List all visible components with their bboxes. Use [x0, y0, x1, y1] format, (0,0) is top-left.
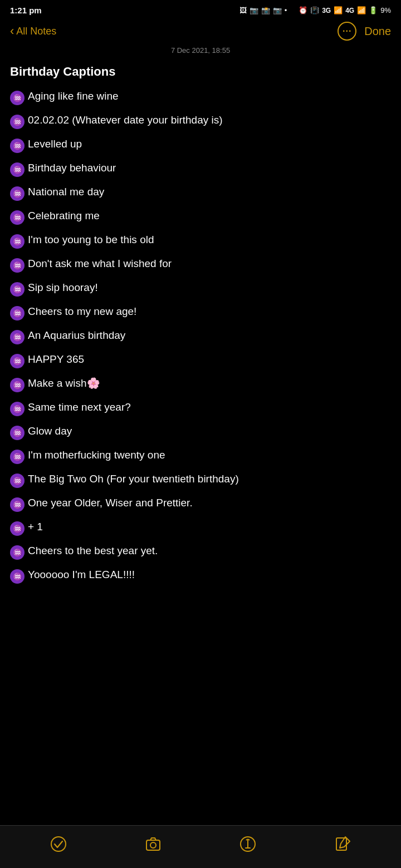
- list-item: ♒Birthday behaviour: [10, 161, 391, 177]
- list-item: ♒Aging like fine wine: [10, 89, 391, 105]
- nav-right-actions: ··· Done: [338, 22, 391, 41]
- aquarius-emoji: ♒: [10, 496, 25, 512]
- bottom-toolbar: [0, 825, 401, 868]
- more-button[interactable]: ···: [338, 22, 356, 41]
- signal-bars-2: 📶: [357, 6, 366, 14]
- status-time: 1:21 pm: [10, 6, 42, 15]
- list-item: ♒HAPPY 365: [10, 352, 391, 368]
- aquarius-emoji: ♒: [10, 161, 25, 177]
- alarm-icon: ⏰: [299, 6, 307, 14]
- item-text: Cheers to my new age!: [28, 304, 136, 319]
- item-text: Make a wish🌸: [28, 376, 100, 391]
- aquarius-emoji: ♒: [10, 329, 25, 344]
- list-item: ♒Same time next year?: [10, 400, 391, 416]
- insta-icon-2: 📸: [261, 6, 270, 14]
- list-item: ♒I'm motherfucking twenty one: [10, 448, 391, 464]
- item-text: Glow day: [28, 424, 72, 438]
- svg-point-0: [51, 837, 66, 851]
- item-text: Cheers to the best year yet.: [28, 544, 158, 558]
- nav-bar: ‹ All Notes ··· Done: [0, 18, 401, 46]
- list-item: ♒Levelled up: [10, 137, 391, 153]
- photo-icon: 🖼: [239, 6, 247, 14]
- back-button[interactable]: ‹ All Notes: [10, 24, 56, 38]
- list-item: ♒Cheers to my new age!: [10, 304, 391, 320]
- item-text: An Aquarius birthday: [28, 328, 125, 343]
- status-bar: 1:21 pm 🖼 📷 📸 📷 • ⏰ 📳 3G 📶 4G 📶 🔋 9%: [0, 0, 401, 18]
- aquarius-emoji: ♒: [10, 257, 25, 273]
- item-text: Same time next year?: [28, 400, 131, 415]
- item-text: Aging like fine wine: [28, 89, 119, 103]
- item-text: + 1: [28, 520, 43, 534]
- aquarius-emoji: ♒: [10, 305, 25, 320]
- list-item: ♒Celebrating me: [10, 209, 391, 225]
- signal-4g: 4G: [345, 7, 354, 14]
- item-text: Yoooooo I'm LEGAL!!!!: [28, 568, 135, 582]
- back-label: All Notes: [16, 26, 56, 37]
- item-text: I'm too young to be this old: [28, 233, 154, 247]
- item-text: Sip sip hooray!: [28, 280, 98, 295]
- list-item: ♒Don't ask me what I wished for: [10, 257, 391, 273]
- list-item: ♒Yoooooo I'm LEGAL!!!!: [10, 568, 391, 584]
- done-button[interactable]: Done: [364, 25, 391, 38]
- list-item: ♒Make a wish🌸: [10, 376, 391, 392]
- note-content: Birthday Captions ♒Aging like fine wine♒…: [0, 62, 401, 603]
- list-item: ♒Glow day: [10, 424, 391, 440]
- aquarius-emoji: ♒: [10, 185, 25, 201]
- aquarius-emoji: ♒: [10, 472, 25, 488]
- signal-bars: 📶: [334, 6, 343, 14]
- aquarius-emoji: ♒: [10, 137, 25, 153]
- signal-3g: 3G: [322, 7, 331, 14]
- note-timestamp: 7 Dec 2021, 18:55: [0, 46, 401, 55]
- camera-button[interactable]: [145, 836, 162, 852]
- battery-icon: 🔋: [369, 6, 378, 14]
- aquarius-emoji: ♒: [10, 114, 25, 129]
- caption-list: ♒Aging like fine wine♒02.02.02 (Whatever…: [10, 89, 391, 584]
- svg-rect-1: [146, 840, 160, 850]
- aquarius-emoji: ♒: [10, 377, 25, 392]
- aquarius-emoji: ♒: [10, 90, 25, 105]
- battery-percent: 9%: [380, 6, 391, 14]
- aquarius-emoji: ♒: [10, 401, 25, 416]
- compose-button[interactable]: [334, 836, 351, 852]
- checklist-button[interactable]: [50, 836, 67, 852]
- list-item: ♒The Big Two Oh (For your twentieth birt…: [10, 472, 391, 488]
- note-title: Birthday Captions: [10, 65, 391, 79]
- aquarius-emoji: ♒: [10, 233, 25, 249]
- insta-icon-1: 📷: [250, 6, 258, 14]
- pen-button[interactable]: [239, 836, 256, 852]
- list-item: ♒Sip sip hooray!: [10, 280, 391, 297]
- aquarius-emoji: ♒: [10, 353, 25, 368]
- list-item: ♒An Aquarius birthday: [10, 328, 391, 344]
- list-item: ♒+ 1: [10, 520, 391, 536]
- item-text: Celebrating me: [28, 209, 100, 223]
- insta-icon-3: 📷: [273, 6, 282, 14]
- item-text: 02.02.02 (Whatever date your birthday is…: [28, 113, 223, 127]
- item-text: HAPPY 365: [28, 352, 84, 367]
- item-text: Birthday behaviour: [28, 161, 116, 175]
- svg-point-2: [150, 842, 156, 848]
- item-text: Levelled up: [28, 137, 82, 151]
- vibrate-icon: 📳: [310, 6, 319, 14]
- aquarius-emoji: ♒: [10, 520, 25, 536]
- aquarius-emoji: ♒: [10, 425, 25, 440]
- item-text: National me day: [28, 185, 104, 199]
- item-text: Don't ask me what I wished for: [28, 257, 172, 271]
- back-chevron-icon: ‹: [10, 24, 14, 38]
- list-item: ♒National me day: [10, 185, 391, 201]
- aquarius-emoji: ♒: [10, 544, 25, 560]
- list-item: ♒I'm too young to be this old: [10, 233, 391, 249]
- list-item: ♒Cheers to the best year yet.: [10, 544, 391, 560]
- aquarius-emoji: ♒: [10, 281, 25, 297]
- aquarius-emoji: ♒: [10, 448, 25, 464]
- status-icons: 🖼 📷 📸 📷 • ⏰ 📳 3G 📶 4G 📶 🔋 9%: [239, 6, 391, 14]
- list-item: ♒One year Older, Wiser and Prettier.: [10, 496, 391, 512]
- item-text: The Big Two Oh (For your twentieth birth…: [28, 472, 239, 486]
- item-text: One year Older, Wiser and Prettier.: [28, 496, 193, 510]
- item-text: I'm motherfucking twenty one: [28, 448, 165, 462]
- svg-rect-6: [336, 838, 346, 850]
- aquarius-emoji: ♒: [10, 568, 25, 584]
- more-dots-icon: ···: [343, 26, 351, 36]
- list-item: ♒02.02.02 (Whatever date your birthday i…: [10, 113, 391, 129]
- dot-icon: •: [285, 6, 287, 14]
- aquarius-emoji: ♒: [10, 209, 25, 225]
